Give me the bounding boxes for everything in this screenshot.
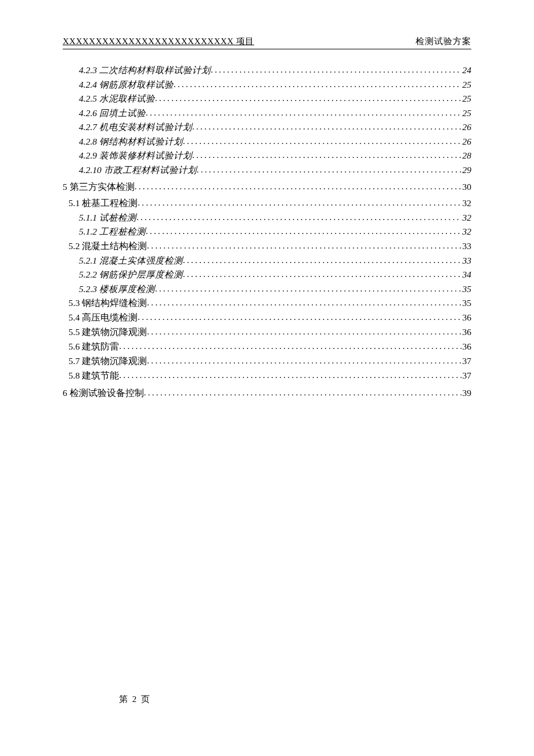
toc-entry-page: 36 [461,342,472,351]
toc-dot-leader [183,136,461,146]
toc-entry: 5.1.1 试桩检测32 [63,213,471,222]
toc-entry-page: 28 [461,151,472,160]
toc-entry-label: 5.2.1 混凝土实体强度检测 [79,256,183,265]
toc-dot-leader [155,93,461,103]
toc-dot-leader [119,341,461,351]
toc-entry-page: 32 [461,227,472,236]
toc-entry-page: 33 [461,242,472,251]
toc-entry: 4.2.3 二次结构材料取样试验计划24 [63,66,471,75]
toc-entry-label: 5.6 建筑防雷 [68,342,119,351]
toc-entry: 5.8 建筑节能 37 [63,371,471,380]
toc-entry-page: 37 [461,357,472,366]
toc-entry-page: 32 [461,199,472,208]
toc-entry-page: 29 [461,165,472,175]
toc-dot-leader [147,327,461,336]
toc-entry-page: 39 [461,388,472,398]
toc-dot-leader [183,269,461,279]
toc-entry-label: 5.1.1 试桩检测 [79,213,136,222]
toc-entry-page: 25 [461,109,472,118]
toc-entry-page: 25 [461,80,472,89]
toc-entry: 5 第三方实体检测30 [63,182,471,192]
toc-entry-page: 26 [461,123,472,132]
toc-dot-leader [211,65,461,74]
toc-dot-leader [174,80,461,89]
toc-entry-label: 5.1.2 工程桩检测 [79,227,146,236]
toc-entry: 4.2.6 回填土试验25 [63,109,471,118]
toc-dot-leader [146,226,461,236]
toc-entry-page: 24 [461,66,472,75]
page-footer: 第 2 页 [0,694,534,705]
toc-entry-page: 30 [461,182,472,192]
toc-entry: 5.2.2 钢筋保护层厚度检测34 [63,270,471,279]
toc-dot-leader [147,356,461,365]
toc-entry-label: 5.3 钢结构焊缝检测 [68,298,147,308]
toc-entry-label: 5.2.3 楼板厚度检测 [79,285,155,294]
toc-entry-label: 5.1 桩基工程检测 [68,199,138,208]
header-left: XXXXXXXXXXXXXXXXXXXXXXXXXX 项目 [63,36,254,47]
toc-entry-label: 5.4 高压电缆检测 [68,313,138,322]
toc-dot-leader [192,122,461,131]
toc-dot-leader [136,213,461,222]
toc-entry: 5.2.3 楼板厚度检测35 [63,285,471,294]
toc-dot-leader [138,198,461,207]
toc-entry: 5.2 混凝土结构检测 33 [63,242,471,251]
toc-entry-page: 35 [461,298,472,308]
toc-entry-label: 5.2 混凝土结构检测 [68,242,147,251]
toc-entry: 5.1 桩基工程检测 32 [63,199,471,208]
toc-entry-page: 34 [461,270,472,279]
toc-dot-leader [135,182,461,191]
toc-entry: 6 检测试验设备控制39 [63,388,471,398]
toc-entry-label: 5.5 建筑物沉降观测 [68,327,147,337]
toc-entry-label: 4.2.9 装饰装修材料试验计划 [79,151,192,160]
toc-entry: 4.2.9 装饰装修材料试验计划28 [63,151,471,160]
toc-entry-page: 26 [461,137,472,146]
toc-entry: 5.7 建筑物沉降观测 37 [63,357,471,366]
toc-entry-label: 4.2.3 二次结构材料取样试验计划 [79,66,211,75]
toc-entry: 4.2.10 市政工程材料试验计划29 [63,165,471,175]
toc-entry-label: 4.2.6 回填土试验 [79,109,146,118]
toc-dot-leader [119,370,461,380]
toc-entry-page: 32 [461,213,472,222]
toc-entry-page: 25 [461,94,472,103]
toc-entry: 4.2.8 钢结构材料试验计划26 [63,137,471,146]
toc-dot-leader [183,255,461,265]
toc-dot-leader [147,298,461,307]
page-header: XXXXXXXXXXXXXXXXXXXXXXXXXX 项目 检测试验方案 [63,36,471,49]
toc-dot-leader [192,150,461,160]
toc-dot-leader [146,108,461,117]
toc-entry-label: 4.2.7 机电安装材料试验计划 [79,123,192,132]
toc-entry-label: 4.2.10 市政工程材料试验计划 [79,165,197,175]
toc-entry-label: 5.7 建筑物沉降观测 [68,357,147,366]
toc-entry: 5.5 建筑物沉降观测 36 [63,327,471,337]
toc-dot-leader [147,241,461,250]
toc-dot-leader [197,165,461,174]
toc-entry: 5.2.1 混凝土实体强度检测33 [63,256,471,265]
toc-entry-label: 4.2.4 钢筋原材取样试验 [79,80,174,89]
toc-entry: 5.6 建筑防雷 36 [63,342,471,351]
document-page: XXXXXXXXXXXXXXXXXXXXXXXXXX 项目 检测试验方案 4.2… [0,0,534,397]
toc-entry-label: 4.2.8 钢结构材料试验计划 [79,137,183,146]
toc-entry-label: 4.2.5 水泥取样试验 [79,94,155,103]
toc-entry-label: 6 检测试验设备控制 [63,388,144,398]
toc-dot-leader [144,388,461,397]
toc-entry-page: 36 [461,327,472,337]
toc-entry-page: 33 [461,256,472,265]
toc-entry-page: 36 [461,313,472,322]
toc-entry-label: 5.2.2 钢筋保护层厚度检测 [79,270,183,279]
header-right: 检测试验方案 [416,36,471,47]
toc-entry: 4.2.4 钢筋原材取样试验25 [63,80,471,89]
toc-entry-label: 5.8 建筑节能 [68,371,119,380]
toc-entry-label: 5 第三方实体检测 [63,182,135,192]
toc-dot-leader [155,284,461,293]
toc-entry: 4.2.7 机电安装材料试验计划26 [63,123,471,132]
toc-dot-leader [138,312,461,322]
toc-entry-page: 35 [461,285,472,294]
table-of-contents: 4.2.3 二次结构材料取样试验计划244.2.4 钢筋原材取样试验254.2.… [63,66,471,397]
toc-entry: 5.3 钢结构焊缝检测 35 [63,298,471,308]
toc-entry: 5.4 高压电缆检测 36 [63,313,471,322]
toc-entry-page: 37 [461,371,472,380]
toc-entry: 4.2.5 水泥取样试验25 [63,94,471,103]
toc-entry: 5.1.2 工程桩检测32 [63,227,471,236]
